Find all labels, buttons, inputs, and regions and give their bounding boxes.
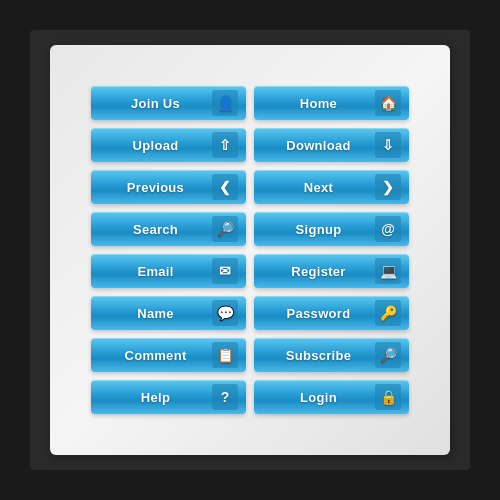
comment-icon: 📋 — [212, 342, 238, 368]
email-button[interactable]: Email✉ — [91, 254, 246, 288]
search-icon: 🔎 — [212, 216, 238, 242]
join-us-button[interactable]: Join Us👤 — [91, 86, 246, 120]
home-icon: 🏠 — [375, 90, 401, 116]
name-button[interactable]: Name💬 — [91, 296, 246, 330]
previous-button[interactable]: Previous❮ — [91, 170, 246, 204]
upload-button[interactable]: Upload⇧ — [91, 128, 246, 162]
register-label: Register — [262, 264, 375, 279]
buttons-grid: Join Us👤Home🏠Upload⇧Download⇩Previous❮Ne… — [71, 66, 429, 434]
subscribe-button[interactable]: Subscribe🔎 — [254, 338, 409, 372]
password-button[interactable]: Password🔑 — [254, 296, 409, 330]
signup-icon: @ — [375, 216, 401, 242]
join-us-label: Join Us — [99, 96, 212, 111]
register-icon: 💻 — [375, 258, 401, 284]
signup-label: Signup — [262, 222, 375, 237]
login-icon: 🔒 — [375, 384, 401, 410]
email-label: Email — [99, 264, 212, 279]
download-icon: ⇩ — [375, 132, 401, 158]
download-label: Download — [262, 138, 375, 153]
next-button[interactable]: Next❯ — [254, 170, 409, 204]
inner-card: Join Us👤Home🏠Upload⇧Download⇩Previous❮Ne… — [50, 45, 450, 455]
comment-label: Comment — [99, 348, 212, 363]
previous-label: Previous — [99, 180, 212, 195]
login-label: Login — [262, 390, 375, 405]
help-label: Help — [99, 390, 212, 405]
home-button[interactable]: Home🏠 — [254, 86, 409, 120]
download-button[interactable]: Download⇩ — [254, 128, 409, 162]
previous-icon: ❮ — [212, 174, 238, 200]
help-button[interactable]: Help? — [91, 380, 246, 414]
home-label: Home — [262, 96, 375, 111]
next-label: Next — [262, 180, 375, 195]
name-icon: 💬 — [212, 300, 238, 326]
signup-button[interactable]: Signup@ — [254, 212, 409, 246]
login-button[interactable]: Login🔒 — [254, 380, 409, 414]
subscribe-icon: 🔎 — [375, 342, 401, 368]
outer-frame: Join Us👤Home🏠Upload⇧Download⇩Previous❮Ne… — [30, 30, 470, 470]
search-label: Search — [99, 222, 212, 237]
join-us-icon: 👤 — [212, 90, 238, 116]
comment-button[interactable]: Comment📋 — [91, 338, 246, 372]
search-button[interactable]: Search🔎 — [91, 212, 246, 246]
help-icon: ? — [212, 384, 238, 410]
password-label: Password — [262, 306, 375, 321]
register-button[interactable]: Register💻 — [254, 254, 409, 288]
subscribe-label: Subscribe — [262, 348, 375, 363]
upload-label: Upload — [99, 138, 212, 153]
next-icon: ❯ — [375, 174, 401, 200]
password-icon: 🔑 — [375, 300, 401, 326]
email-icon: ✉ — [212, 258, 238, 284]
upload-icon: ⇧ — [212, 132, 238, 158]
name-label: Name — [99, 306, 212, 321]
